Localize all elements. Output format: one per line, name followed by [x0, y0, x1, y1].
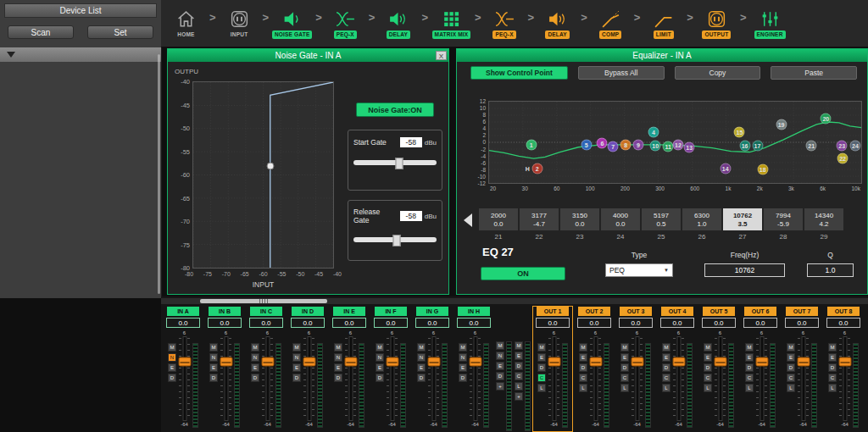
channel-fader[interactable]: 6-64	[469, 330, 481, 431]
fader-track[interactable]	[715, 336, 726, 421]
fader-track[interactable]	[345, 336, 356, 421]
channel-fader[interactable]: 6-64	[261, 330, 274, 431]
fader-handle[interactable]	[755, 357, 768, 367]
release-gate-value[interactable]: -58	[400, 211, 422, 221]
fader-handle[interactable]	[427, 357, 440, 367]
channel-button-d[interactable]: D	[579, 363, 587, 372]
channel-fader[interactable]: 6-64	[427, 330, 440, 431]
channel-button-l[interactable]: L	[579, 384, 587, 392]
channel-button-l[interactable]: L	[704, 384, 712, 392]
channel-gain-value[interactable]: 0.0	[208, 318, 242, 328]
toolbar-item-peq-x-out[interactable]: PEQ-X	[481, 8, 528, 39]
channel-button-e[interactable]: E	[459, 363, 467, 372]
eq-point-6[interactable]: 6	[597, 137, 608, 148]
eq-band-cell-21[interactable]: 20000.0	[479, 208, 518, 230]
paste-button[interactable]: Paste	[771, 66, 857, 80]
channel-button-l[interactable]: L	[745, 384, 754, 392]
channel-gain-value[interactable]: 0.0	[577, 318, 611, 328]
channel-button-m[interactable]: M	[787, 343, 795, 352]
eq-point-19[interactable]: 19	[776, 119, 787, 130]
channel-button-e[interactable]: E	[745, 353, 754, 362]
fader-handle[interactable]	[386, 357, 398, 367]
device-group-row[interactable]	[0, 47, 161, 62]
channel-button-e[interactable]: E	[704, 353, 712, 362]
fader-handle[interactable]	[714, 357, 726, 367]
start-gate-value[interactable]: -58	[400, 137, 422, 147]
type-dropdown[interactable]: PEQ ▼	[605, 263, 673, 277]
channel-button-d[interactable]: D	[417, 374, 426, 382]
close-icon[interactable]: X	[436, 51, 447, 60]
band-prev-arrow-icon[interactable]	[464, 213, 472, 227]
start-gate-slider[interactable]	[353, 160, 437, 165]
channel-gain-value[interactable]: 0.0	[743, 318, 777, 328]
channel-button-m[interactable]: M	[168, 343, 176, 352]
eq-point-10[interactable]: 10	[650, 140, 661, 151]
channel-button-d[interactable]: D	[620, 363, 629, 372]
channel-button-e[interactable]: E	[515, 352, 523, 360]
fader-handle[interactable]	[548, 357, 560, 367]
channel-button-c[interactable]: C	[515, 372, 523, 380]
eq-point-2[interactable]: 2	[531, 163, 542, 174]
fader-track[interactable]	[387, 336, 398, 421]
fader-handle[interactable]	[261, 357, 274, 367]
fader-handle[interactable]	[838, 357, 851, 367]
channel-button-c[interactable]: C	[787, 374, 795, 382]
eq-point-1[interactable]: 1	[526, 139, 537, 150]
toolbar-item-delay-out[interactable]: DELAY	[534, 8, 581, 39]
eq-band-cell-27[interactable]: 107623.5	[723, 208, 762, 230]
fader-track[interactable]	[262, 336, 273, 421]
channel-gain-value[interactable]: 0.0	[374, 318, 408, 328]
noise-gate-on-button[interactable]: Noise Gate:ON	[356, 102, 434, 117]
fader-handle[interactable]	[469, 357, 481, 367]
eq-point-4[interactable]: 4	[648, 127, 659, 138]
channel-gain-value[interactable]: 0.0	[415, 318, 449, 328]
channel-button-e[interactable]: E	[787, 353, 795, 362]
channel-button-c[interactable]: C	[745, 374, 754, 382]
toolbar-item-output-out[interactable]: OUTPUT	[693, 8, 740, 39]
eq-point-21[interactable]: 21	[806, 140, 817, 151]
channel-button-n[interactable]: N	[251, 353, 259, 362]
channel-gain-value[interactable]: 0.0	[660, 318, 694, 328]
fader-track[interactable]	[179, 336, 190, 421]
toolbar-item-limit-out[interactable]: LIMIT	[640, 8, 687, 39]
channel-gain-value[interactable]: 0.0	[619, 318, 653, 328]
channel-button-d[interactable]: D	[334, 374, 342, 382]
toolbar-item-matrix-mix[interactable]: MATRIX MIX	[428, 8, 475, 39]
channel-gain-value[interactable]: 0.0	[785, 318, 819, 328]
fader-track[interactable]	[839, 336, 850, 421]
channel-gain-value[interactable]: 0.0	[249, 318, 283, 328]
channel-button-e[interactable]: E	[417, 363, 426, 372]
channel-button-m[interactable]: M	[334, 343, 342, 352]
channel-button-m[interactable]: M	[704, 343, 712, 352]
channel-button-d[interactable]: D	[537, 363, 546, 372]
channel-button-d[interactable]: D	[496, 372, 504, 380]
fader-track[interactable]	[798, 336, 809, 421]
channel-button-d[interactable]: D	[828, 363, 837, 372]
toolbar-item-comp-out[interactable]: COMP	[587, 8, 634, 39]
channel-button-m[interactable]: M	[496, 341, 504, 350]
channel-button-m[interactable]: M	[209, 343, 218, 352]
toolbar-item-home[interactable]: HOME	[163, 8, 209, 39]
eq-band-cell-22[interactable]: 3177-4.7	[520, 208, 559, 230]
channel-button-m[interactable]: M	[537, 343, 546, 352]
channel-button-m[interactable]: M	[376, 343, 384, 352]
start-gate-slider-handle[interactable]	[395, 158, 403, 169]
channel-button-n[interactable]: N	[496, 352, 504, 360]
channel-button-m[interactable]: M	[620, 343, 629, 352]
channel-fader[interactable]: 6-64	[589, 330, 602, 431]
toolbar-item-noise-gate[interactable]: NOISE GATE	[269, 8, 315, 39]
channel-button-e[interactable]: E	[662, 353, 670, 362]
fader-track[interactable]	[673, 336, 684, 421]
channel-button-e[interactable]: E	[828, 353, 837, 362]
eq-point-22[interactable]: 22	[837, 152, 849, 163]
channel-button-e[interactable]: E	[209, 363, 218, 372]
channel-gain-value[interactable]: 0.0	[826, 318, 860, 328]
channel-button-n[interactable]: N	[292, 353, 301, 362]
channel-button-m[interactable]: M	[292, 343, 301, 352]
mixer-scrollbar[interactable]	[161, 298, 868, 304]
channel-gain-value[interactable]: 0.0	[536, 318, 570, 328]
bypass-all-button[interactable]: Bypass All	[578, 66, 665, 80]
toolbar-item-peq-x[interactable]: PEQ-X	[322, 8, 369, 39]
channel-fader[interactable]: 6-64	[303, 330, 315, 431]
channel-button-d[interactable]: D	[292, 374, 301, 382]
